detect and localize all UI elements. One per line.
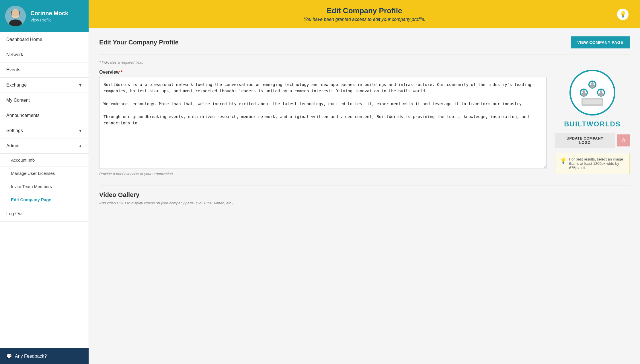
video-gallery-title: Video Gallery [99,191,630,199]
logo-actions: UPDATE COMPANY LOGO 🗑 [555,133,630,148]
chat-icon: 💬 [6,353,12,359]
sidebar-item-announcements[interactable]: Announcements [0,108,89,123]
avatar [5,6,26,26]
sidebar-item-exchange[interactable]: Exchange ▼ [0,78,89,93]
video-gallery-subtitle: Add video URLs to display videos on your… [99,201,630,205]
overview-hint: Provide a brief overview of your organiz… [99,172,547,176]
view-profile-link[interactable]: View Profile [30,18,68,22]
sidebar-subitem-invite-team-members[interactable]: Invite Team Members [0,180,89,193]
sidebar-subitem-manage-user-licenses[interactable]: Manage User Licenses [0,167,89,180]
svg-rect-18 [583,99,602,104]
sidebar-item-events[interactable]: Events [0,62,89,78]
company-name: BUILTWORLDS [564,120,621,128]
sidebar-profile[interactable]: Corinne Mock View Profile [0,0,89,32]
delete-logo-button[interactable]: 🗑 [617,134,630,146]
feedback-button[interactable]: 💬 Any Feedback? [0,348,89,364]
svg-point-4 [11,9,19,18]
sidebar-item-admin[interactable]: Admin ▲ [0,138,89,154]
sidebar-item-network[interactable]: Network [0,47,89,62]
main-content: Edit Company Profile You have been grant… [89,0,640,364]
sidebar-subitem-edit-company-page[interactable]: Edit Company Page [0,193,89,206]
trash-icon: 🗑 [621,138,626,143]
overview-label: Overview* [99,70,547,75]
required-star: * [121,70,122,75]
sidebar: Corinne Mock View Profile Dashboard Home… [0,0,89,364]
hint-bulb-icon: 💡 [560,158,566,164]
video-gallery-section: Video Gallery Add video URLs to display … [99,185,630,205]
edit-company-banner: Edit Company Profile You have been grant… [89,0,640,28]
overview-textarea[interactable]: BuiltWorlds is a professional network fu… [99,77,547,169]
svg-point-11 [582,90,585,93]
chevron-up-icon: ▲ [78,144,82,148]
chevron-down-icon: ▼ [78,83,82,87]
profile-name: Corinne Mock [30,10,68,17]
sidebar-item-logout[interactable]: Log Out [0,206,89,222]
banner-title: Edit Company Profile [112,6,617,15]
sidebar-item-dashboard[interactable]: Dashboard Home [0,32,89,47]
banner-subtitle: You have been granted access to edit you… [112,17,617,22]
update-company-logo-button[interactable]: UPDATE COMPANY LOGO [555,133,615,148]
company-logo [569,70,615,116]
svg-rect-8 [590,85,595,88]
svg-point-7 [591,82,594,85]
sidebar-item-settings[interactable]: Settings ▼ [0,123,89,138]
svg-rect-16 [598,93,604,96]
chevron-down-icon: ▼ [78,128,82,133]
page-title: Edit Your Company Profile [99,39,179,46]
svg-rect-12 [581,93,586,96]
section-divider [99,185,630,185]
svg-point-15 [600,90,602,93]
sidebar-navigation: Dashboard Home Network Events Exchange ▼… [0,32,89,348]
bulb-icon: 💡 [617,9,629,20]
view-company-page-button[interactable]: VIEW COMPANY PAGE [571,36,630,48]
logo-hint-box: 💡 For best results, select an image that… [555,153,630,174]
sidebar-item-my-content[interactable]: My Content [0,93,89,108]
logo-hint-text: For best results, select an image that i… [569,157,625,170]
page-content: Edit Your Company Profile VIEW COMPANY P… [89,28,640,213]
required-note: * Indicates a required field. [99,60,630,64]
sidebar-subitem-account-info[interactable]: Account Info [0,154,89,167]
divider [99,54,630,54]
